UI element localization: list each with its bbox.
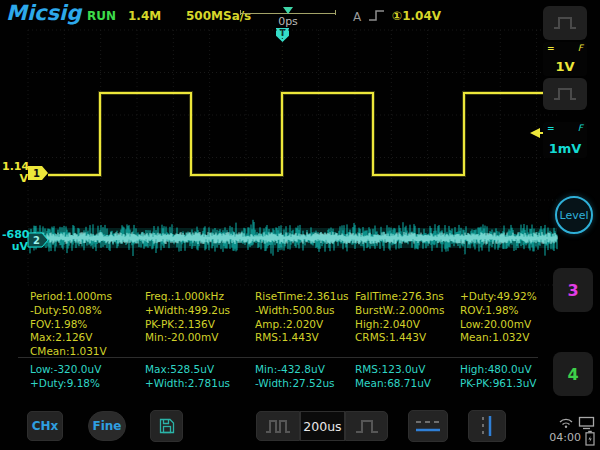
vertical-cursor-icon [474,414,500,438]
meas-col: Freq.:1.000kHz +Width:499.2us PK-PK:2.13… [145,290,255,359]
save-button[interactable] [150,410,183,442]
meas-item: +Width:2.781us [145,377,255,391]
timebase-zoom-out-button[interactable] [256,411,300,441]
ch1-scale-value: 1V [543,59,587,74]
meas-item: -Width:27.52us [255,377,355,391]
oscilloscope-screen: Micsig RUN 1.4M 500MSa/s 0ps T A ①1.04V … [0,0,600,450]
meas-item: Mean:68.71uV [355,377,460,391]
meas-item: ROV:1.98% [460,304,545,318]
meas-item: Low:20.00mV [460,318,545,332]
ch2-wave-type-button[interactable] [543,78,587,110]
meas-item: +Duty:49.92% [460,290,545,304]
meas-item: RiseTime:2.361us [255,290,355,304]
double-pulse-icon [264,414,292,438]
meas-col: +Duty:49.92% ROV:1.98% Low:20.00mV Mean:… [460,290,545,359]
ch2-offset-label: -680 uV [2,229,28,253]
trigger-level-value: ①1.04V [392,9,441,23]
meas-item: Min:-20.00mV [145,331,255,345]
meas-item: PK-PK:2.136V [145,318,255,332]
meas-item: Low:-320.0uV [30,363,145,377]
meas-item: +Width:499.2us [145,304,255,318]
ch2-measurements: Low:-320.0uV +Duty:9.18% Max:528.5uV +Wi… [0,363,545,391]
pulse-icon [552,12,578,34]
meas-item: Amp.:2.020V [255,318,355,332]
meas-item: Max:528.5uV [145,363,255,377]
ch1-coupling-mark: = [547,43,555,53]
horizontal-cursor-button[interactable] [408,410,448,442]
battery-icon [585,430,595,446]
screen-cast-icon [578,416,595,430]
trigger-delay-value: 0ps [240,15,336,28]
ch2-coupling-mark: = [547,123,555,133]
meas-item: FOV:1.98% [30,318,145,332]
meas-item: BurstW.:2.000ms [355,304,460,318]
status-row-bottom: 04:00 [505,430,595,445]
status-row-top [505,415,595,430]
ch2-bandwidth-mark: F [578,123,583,133]
meas-item: -Duty:50.08% [30,304,145,318]
meas-col: RMS:123.0uV Mean:68.71uV [355,363,460,391]
meas-col: RiseTime:2.361us -Width:500.8us Amp.:2.0… [255,290,355,359]
clock: 04:00 [549,431,581,444]
slider-handle-icon[interactable] [283,7,293,14]
trigger-source: A [353,10,361,24]
micsig-logo: Micsig [6,1,81,25]
meas-item: Min:-432.8uV [255,363,355,377]
meas-item: Mean:1.032V [460,331,545,345]
meas-item: -Width:500.8us [255,304,355,318]
meas-item: Period:1.000ms [30,290,145,304]
meas-col: Min:-432.8uV -Width:27.52us [255,363,355,391]
fine-adjust-button[interactable]: Fine [88,411,126,441]
meas-item: High:2.040V [355,318,460,332]
meas-item: RMS:123.0uV [355,363,460,377]
ch1-scale-button[interactable]: = F 1V [543,42,587,76]
meas-item: +Duty:9.18% [30,377,145,391]
channel-3-button[interactable]: 3 [553,268,593,312]
wifi-icon [558,417,574,428]
measurements-divider [18,357,538,358]
svg-text:1: 1 [33,168,40,179]
meas-item: Max:2.126V [30,331,145,345]
ch2-offset-unit: uV [2,241,28,253]
meas-item: FallTime:276.3ns [355,290,460,304]
meas-col: High:480.0uV PK-PK:961.3uV [460,363,545,391]
ch1-offset-label: 1.14 V [2,161,28,185]
meas-item: Freq.:1.000kHz [145,290,255,304]
chx-button[interactable]: CHx [27,411,63,441]
waveform-display[interactable]: 1 2 [0,28,600,286]
ch2-scale-button[interactable]: = F 1mV [543,122,587,158]
meas-col: Period:1.000ms -Duty:50.08% FOV:1.98% Ma… [30,290,145,359]
ch2-scale-value: 1mV [543,141,587,156]
meas-item: High:480.0uV [460,363,545,377]
horizontal-cursor-icon [414,415,442,437]
channel-4-button[interactable]: 4 [553,352,593,396]
ch1-measurements: Period:1.000ms -Duty:50.08% FOV:1.98% Ma… [0,290,545,359]
single-pulse-icon [354,414,380,438]
pulse-icon [552,83,578,105]
ch1-marker[interactable]: 1 [28,166,48,180]
meas-item: PK-PK:961.3uV [460,377,545,391]
timebase-value-button[interactable]: 200us [300,411,345,441]
meas-col: Low:-320.0uV +Duty:9.18% [30,363,145,391]
run-status[interactable]: RUN [87,9,116,23]
timebase-zoom-in-button[interactable] [345,411,388,441]
meas-col: FallTime:276.3ns BurstW.:2.000ms High:2.… [355,290,460,359]
meas-col: Max:528.5uV +Width:2.781us [145,363,255,391]
ch1-bandwidth-mark: F [578,43,583,53]
vertical-cursor-button[interactable] [468,410,506,442]
meas-item: RMS:1.443V [255,331,355,345]
trigger-level-button[interactable]: Level [555,196,593,234]
save-icon [158,417,176,435]
svg-text:2: 2 [33,235,40,246]
ch1-wave-type-button[interactable] [543,6,587,40]
meas-item: CRMS:1.443V [355,331,460,345]
memory-depth: 1.4M [128,9,161,23]
status-cluster: 04:00 [505,415,595,445]
rising-edge-icon [368,8,386,22]
ch1-offset-unit: V [2,173,28,185]
